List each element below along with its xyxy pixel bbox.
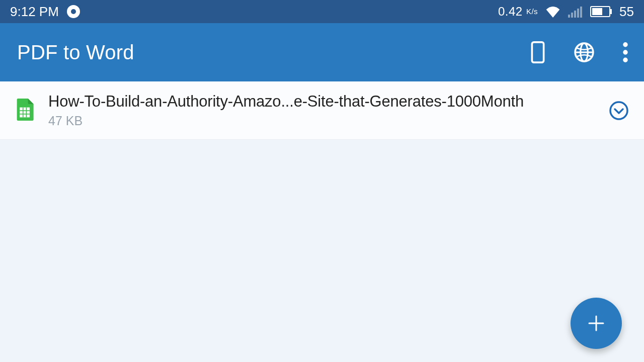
expand-icon[interactable] <box>609 101 629 121</box>
spreadsheet-icon <box>15 99 34 123</box>
app-title: PDF to Word <box>17 41 134 64</box>
svg-point-14 <box>623 50 627 54</box>
svg-rect-1 <box>571 13 573 18</box>
svg-rect-7 <box>592 8 602 15</box>
status-bar: 9:12 PM 0.42 K/s <box>0 0 644 23</box>
network-speed: 0.42 K/s <box>498 5 538 19</box>
svg-rect-4 <box>580 7 582 18</box>
svg-rect-0 <box>568 15 570 18</box>
wifi-icon <box>545 6 561 18</box>
battery-percent: 55 <box>619 4 634 20</box>
file-name: How-To-Build-an-Authority-Amazo...e-Site… <box>48 93 595 111</box>
chrome-icon <box>67 5 80 18</box>
more-icon[interactable] <box>623 42 628 62</box>
svg-rect-6 <box>610 9 612 14</box>
add-button[interactable] <box>571 298 622 349</box>
svg-rect-2 <box>574 11 576 18</box>
device-icon[interactable] <box>530 41 545 63</box>
file-size: 47 KB <box>48 114 595 128</box>
svg-rect-3 <box>577 9 579 18</box>
status-time: 9:12 PM <box>10 4 59 20</box>
globe-icon[interactable] <box>574 42 595 63</box>
list-item[interactable]: How-To-Build-an-Authority-Amazo...e-Site… <box>0 81 644 140</box>
file-list: How-To-Build-an-Authority-Amazo...e-Site… <box>0 81 644 140</box>
app-toolbar: PDF to Word <box>0 23 644 81</box>
plus-icon <box>586 313 606 333</box>
svg-rect-16 <box>20 107 30 117</box>
svg-point-13 <box>623 42 627 47</box>
battery-icon <box>590 6 612 17</box>
svg-point-21 <box>610 102 627 119</box>
svg-rect-9 <box>533 44 542 59</box>
svg-point-15 <box>623 58 627 62</box>
signal-icon <box>568 6 583 18</box>
